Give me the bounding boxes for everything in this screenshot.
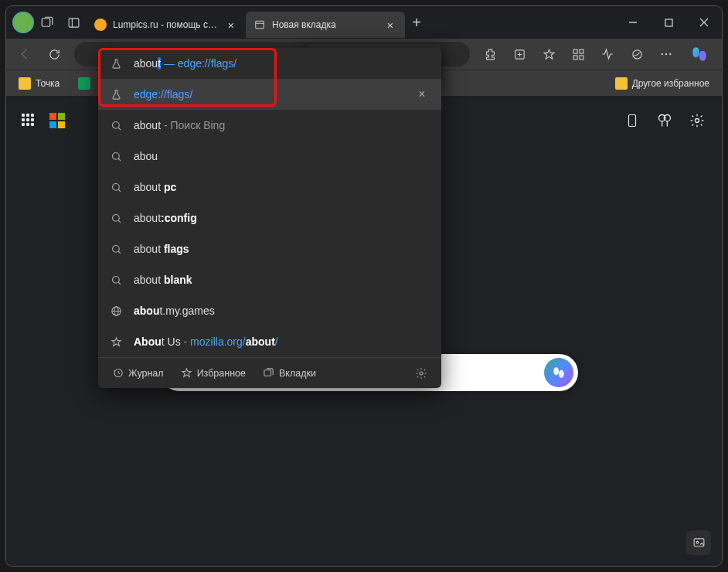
rewards-icon[interactable]: [655, 111, 674, 130]
search-icon: [109, 120, 123, 131]
reload-button[interactable]: [40, 42, 68, 66]
close-window-button[interactable]: [686, 6, 722, 39]
feedback-button[interactable]: [686, 530, 711, 555]
settings-gear-icon[interactable]: [688, 111, 706, 130]
suggestion-text: about.my.games: [134, 305, 430, 317]
svg-point-37: [112, 276, 119, 283]
search-icon: [109, 243, 123, 255]
svg-line-38: [118, 282, 121, 284]
suggestion-item[interactable]: about.my.games: [98, 295, 441, 326]
suggestion-item[interactable]: About Us - mozilla.org/about/: [98, 326, 441, 357]
svg-rect-13: [579, 49, 583, 53]
mobile-icon[interactable]: [623, 111, 641, 130]
search-icon: [109, 274, 123, 286]
close-tab-icon[interactable]: ×: [224, 18, 238, 32]
bookmark-item[interactable]: [73, 74, 95, 93]
flask-icon: [109, 58, 123, 70]
suggestion-text: abou: [134, 150, 430, 162]
performance-button[interactable]: [594, 42, 621, 66]
svg-rect-3: [256, 21, 264, 28]
maximize-button[interactable]: [651, 6, 686, 39]
svg-point-29: [112, 152, 119, 159]
history-icon: [112, 367, 124, 379]
suggestion-item[interactable]: about flags: [98, 233, 441, 264]
flask-icon: [109, 89, 123, 100]
omnibox-dropdown: about — edge://flags/ edge://flags/ × ab…: [98, 48, 441, 388]
suggestion-text: About Us - mozilla.org/about/: [134, 335, 430, 348]
suggestion-text: about blank: [134, 274, 430, 286]
omnibox-input-row[interactable]: about — edge://flags/: [98, 48, 441, 79]
browser-window: Lumpics.ru - помощь с компьют × Новая вк…: [6, 6, 722, 566]
svg-point-19: [669, 53, 671, 55]
suggestion-item[interactable]: about:config: [98, 203, 441, 233]
svg-rect-14: [573, 55, 577, 59]
new-tab-button[interactable]: +: [405, 11, 428, 34]
suggestion-item[interactable]: about pc: [98, 172, 441, 203]
svg-rect-43: [264, 370, 271, 376]
svg-rect-1: [69, 18, 79, 26]
svg-line-34: [118, 220, 121, 223]
back-button[interactable]: [11, 42, 39, 66]
svg-rect-0: [42, 19, 50, 27]
svg-point-17: [662, 53, 663, 55]
copilot-button[interactable]: [686, 41, 713, 67]
remove-suggestion-icon[interactable]: ×: [413, 86, 430, 103]
svg-point-24: [696, 119, 699, 123]
content-toolbar-left: [22, 113, 65, 128]
ie-mode-button[interactable]: [623, 42, 651, 66]
search-icon: [109, 151, 123, 162]
apps-launcher-icon[interactable]: [22, 114, 36, 128]
microsoft-logo-icon[interactable]: [49, 113, 65, 128]
suggestion-item[interactable]: about - Поиск Bing: [98, 110, 441, 141]
copilot-search-icon[interactable]: [544, 358, 573, 387]
suggestion-text: edge://flags/: [134, 88, 403, 100]
suggestion-item[interactable]: about blank: [98, 264, 441, 295]
svg-point-35: [112, 245, 119, 252]
omnibox-settings-icon[interactable]: [409, 364, 434, 383]
svg-rect-25: [694, 538, 704, 546]
bookmark-item[interactable]: Точка: [14, 74, 64, 93]
svg-line-32: [118, 189, 121, 192]
suggestion-text: about flags: [134, 243, 430, 255]
suggestion-text: about - Поиск Bing: [134, 119, 430, 131]
close-tab-icon[interactable]: ×: [383, 18, 397, 32]
vertical-tabs-icon[interactable]: [60, 9, 87, 36]
omnibox-text: about — edge://flags/: [134, 57, 430, 70]
svg-point-33: [112, 214, 119, 221]
svg-point-31: [112, 183, 119, 190]
search-icon: [109, 182, 123, 193]
workspaces-icon[interactable]: [34, 9, 60, 36]
favorites-button[interactable]: [535, 42, 563, 66]
profile-avatar[interactable]: [12, 12, 34, 33]
svg-point-18: [665, 53, 667, 55]
search-icon: [109, 213, 123, 224]
star-icon: [109, 336, 123, 348]
star-icon: [181, 367, 192, 379]
titlebar: Lumpics.ru - помощь с компьют × Новая вк…: [6, 6, 722, 39]
tab-label: Lumpics.ru - помощь с компьют: [113, 19, 218, 30]
more-button[interactable]: [652, 42, 680, 66]
footer-star[interactable]: Избранное: [175, 364, 252, 382]
favicon-lumpics: [94, 19, 107, 31]
suggestion-text: about pc: [134, 181, 430, 193]
tab-newtab[interactable]: Новая вкладка ×: [246, 12, 405, 38]
svg-line-36: [118, 251, 121, 254]
apps-toolbar-button[interactable]: [564, 42, 592, 66]
svg-rect-15: [579, 55, 583, 59]
omnibox-footer: ЖурналИзбранноеВкладки: [98, 357, 441, 388]
suggestion-text: about:config: [134, 212, 430, 224]
collections-button[interactable]: [505, 42, 533, 66]
minimize-button[interactable]: [615, 6, 651, 39]
footer-history[interactable]: Журнал: [106, 364, 170, 382]
bookmark-label: Другое избранное: [632, 78, 709, 89]
suggestion-item[interactable]: abou: [98, 141, 441, 172]
svg-line-28: [118, 128, 121, 130]
extensions-button[interactable]: [476, 42, 504, 66]
footer-tabs[interactable]: Вкладки: [257, 364, 322, 382]
globe-icon: [109, 305, 123, 317]
favicon-newtab: [253, 19, 266, 31]
other-bookmarks[interactable]: Другое избранное: [611, 74, 714, 93]
svg-line-30: [118, 158, 121, 161]
suggestion-item[interactable]: edge://flags/ ×: [98, 79, 441, 110]
tab-lumpics[interactable]: Lumpics.ru - помощь с компьют ×: [87, 12, 246, 38]
